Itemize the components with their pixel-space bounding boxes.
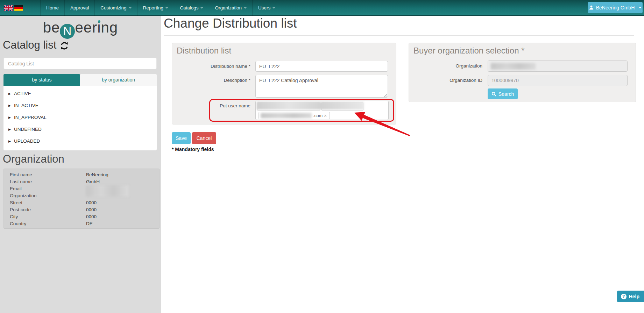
buyer-panel-title: Buyer organization selection *	[413, 46, 525, 56]
organization-section-title: Organization	[3, 153, 64, 165]
status-label: IN_ACTIVE	[14, 100, 38, 112]
triangle-right-icon: ▶	[8, 100, 11, 112]
user-email-chip: .com ×	[259, 112, 330, 119]
distribution-list-panel: Distribution list Distribution name * De…	[172, 43, 396, 125]
search-button-label: Search	[498, 91, 514, 97]
status-row-active[interactable]: ▶ACTIVE	[3, 88, 157, 100]
tab-by-status[interactable]: by status	[3, 74, 80, 86]
chevron-down-icon	[244, 7, 247, 9]
logo-text: i	[97, 19, 101, 36]
nav-item-users[interactable]: Users	[252, 0, 281, 16]
redacted-organization	[491, 63, 536, 70]
org-label: Street	[10, 199, 86, 206]
triangle-right-icon: ▶	[8, 123, 11, 135]
mandatory-fields-note: * Mandatory fields	[172, 147, 214, 152]
help-button-label: Help	[629, 294, 639, 299]
buyer-organization-panel: Buyer organization selection * Organizat…	[409, 43, 636, 102]
triangle-right-icon: ▶	[8, 135, 11, 147]
org-value: GmbH	[86, 178, 100, 185]
org-value: BeNeering	[86, 171, 108, 178]
org-label: City	[10, 213, 86, 220]
status-row-undefined[interactable]: ▶UNDEFINED	[3, 123, 157, 135]
catalog-status-list: ▶ACTIVE ▶IN_ACTIVE ▶IN_APPROVAL ▶UNDEFIN…	[3, 86, 157, 150]
org-value: 0000	[86, 206, 97, 213]
org-label: Organization	[10, 192, 86, 199]
top-navbar: Home Approval Customizing Reporting Cata…	[0, 0, 644, 16]
cancel-button[interactable]: Cancel	[192, 132, 216, 144]
application-window: Home Approval Customizing Reporting Cata…	[0, 0, 644, 313]
main-menu: Home Approval Customizing Reporting Cata…	[40, 0, 281, 16]
nav-item-label: Organization	[215, 5, 242, 10]
nav-item-organization[interactable]: Organization	[209, 0, 252, 16]
catalog-tabs: by status by organization	[3, 74, 157, 86]
organization-id-label: Organization ID	[409, 78, 482, 83]
distribution-name-label: Distribution name *	[172, 64, 250, 69]
status-label: UPLOADED	[14, 135, 40, 147]
org-label: Country	[10, 220, 86, 227]
put-user-name-tag-input[interactable]: .com ×	[255, 101, 389, 120]
put-user-name-label: Put user name	[172, 103, 250, 108]
status-row-in-approval[interactable]: ▶IN_APPROVAL	[3, 112, 157, 123]
user-icon	[589, 5, 594, 10]
close-icon[interactable]: ×	[324, 113, 327, 118]
status-row-in-active[interactable]: ▶IN_ACTIVE	[3, 100, 157, 112]
organization-input	[488, 61, 628, 72]
description-label: Description *	[172, 78, 250, 83]
chevron-down-icon	[200, 7, 203, 9]
chevron-down-icon	[273, 7, 275, 9]
uk-flag-icon[interactable]	[4, 5, 13, 11]
logo-text: be	[43, 19, 60, 36]
email-chip-suffix: .com	[313, 113, 323, 118]
page-title: Change Distribution list	[164, 16, 634, 36]
nav-item-approval[interactable]: Approval	[64, 0, 94, 16]
redacted-email-organization	[86, 185, 129, 197]
distribution-name-input[interactable]	[255, 61, 388, 72]
refresh-icon[interactable]	[60, 41, 69, 50]
org-label: Email	[10, 185, 86, 192]
redacted-user-names	[257, 102, 364, 109]
org-value: DE	[86, 220, 93, 227]
question-icon: ?	[621, 294, 627, 299]
logo-text: eer	[75, 19, 97, 36]
organization-details-panel: First nameBeNeering Last nameGmbH Email …	[3, 169, 160, 229]
tab-by-organization[interactable]: by organization	[80, 74, 157, 86]
user-button-label: BeNeering GmbH	[596, 5, 635, 10]
status-label: IN_APPROVAL	[14, 112, 47, 123]
nav-item-label: Reporting	[143, 5, 164, 10]
user-account-button[interactable]: BeNeering GmbH	[588, 2, 643, 13]
german-flag-icon[interactable]	[14, 5, 23, 11]
search-button[interactable]: Search	[488, 88, 518, 99]
status-label: UNDEFINED	[14, 123, 42, 135]
nav-item-home[interactable]: Home	[40, 0, 64, 16]
chevron-down-icon	[129, 7, 132, 9]
chevron-down-icon	[165, 7, 168, 9]
logo-n-circle: N	[60, 24, 75, 39]
nav-item-reporting[interactable]: Reporting	[137, 0, 174, 16]
nav-item-catalogs[interactable]: Catalogs	[174, 0, 209, 16]
catalog-search-input[interactable]	[3, 58, 157, 69]
status-row-uploaded[interactable]: ▶UPLOADED	[3, 135, 157, 147]
nav-item-customizing[interactable]: Customizing	[94, 0, 137, 16]
org-label: Post code	[10, 206, 86, 213]
logo-text: ng	[101, 19, 118, 36]
distribution-panel-title: Distribution list	[177, 46, 231, 56]
chevron-down-icon	[639, 7, 642, 8]
nav-item-label: Users	[258, 5, 270, 10]
redacted-email	[261, 113, 312, 118]
nav-item-label: Home	[46, 5, 59, 10]
triangle-right-icon: ▶	[8, 88, 11, 100]
sidebar: beNeering Catalog list by status by orga…	[0, 16, 161, 313]
catalog-list-title-text: Catalog list	[3, 39, 56, 51]
save-button[interactable]: Save	[172, 132, 191, 144]
nav-item-label: Customizing	[100, 5, 126, 10]
logo-n: N	[63, 24, 72, 38]
status-label: ACTIVE	[14, 88, 31, 100]
description-textarea[interactable]: EU_L222 Catalog Approval	[255, 75, 388, 98]
triangle-right-icon: ▶	[8, 112, 11, 123]
org-value: 0000	[86, 213, 97, 220]
help-button[interactable]: ? Help	[617, 291, 644, 302]
nav-item-label: Catalogs	[180, 5, 198, 10]
beneering-logo: beNeering	[0, 19, 161, 39]
organization-id-input	[488, 75, 628, 86]
textarea-resize-grip[interactable]	[384, 93, 387, 97]
